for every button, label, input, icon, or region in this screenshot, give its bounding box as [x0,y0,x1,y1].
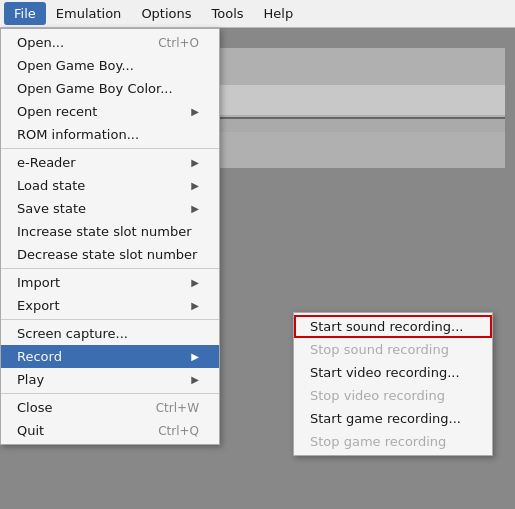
submenu-item-stop-video-label: Stop video recording [310,388,445,403]
menubar: File Emulation Options Tools Help [0,0,515,28]
ereader-arrow: ▶ [191,157,199,168]
submenu-item-start-game-label: Start game recording... [310,411,461,426]
menu-item-open-recent[interactable]: Open recent ▶ [1,100,219,123]
menu-item-open-gb[interactable]: Open Game Boy... [1,54,219,77]
menu-item-quit[interactable]: Quit Ctrl+Q [1,419,219,442]
save-state-arrow: ▶ [191,203,199,214]
menu-item-save-state-label: Save state [17,201,86,216]
menu-item-save-state[interactable]: Save state ▶ [1,197,219,220]
menu-item-close[interactable]: Close Ctrl+W [1,396,219,419]
menu-help[interactable]: Help [254,2,304,25]
submenu-item-stop-sound: Stop sound recording [294,338,492,361]
menu-item-quit-label: Quit [17,423,44,438]
submenu-item-stop-game: Stop game recording [294,430,492,453]
submenu-item-start-game[interactable]: Start game recording... [294,407,492,430]
menu-item-close-label: Close [17,400,52,415]
import-arrow: ▶ [191,277,199,288]
menu-item-play-label: Play [17,372,44,387]
submenu-item-start-video-label: Start video recording... [310,365,460,380]
file-dropdown: Open... Ctrl+O Open Game Boy... Open Gam… [0,28,220,445]
load-state-arrow: ▶ [191,180,199,191]
menu-tools[interactable]: Tools [202,2,254,25]
menu-item-record[interactable]: Record ▶ [1,345,219,368]
menu-item-import[interactable]: Import ▶ [1,271,219,294]
menu-item-open-gbc[interactable]: Open Game Boy Color... [1,77,219,100]
menu-item-open-label: Open... [17,35,64,50]
separator-2 [1,268,219,269]
menu-item-import-label: Import [17,275,60,290]
menu-item-open-gbc-label: Open Game Boy Color... [17,81,173,96]
submenu-item-start-sound[interactable]: Start sound recording... [294,315,492,338]
separator-4 [1,393,219,394]
menu-item-decrease-slot[interactable]: Decrease state slot number [1,243,219,266]
menu-item-screen-capture-label: Screen capture... [17,326,128,341]
menu-item-open-gb-label: Open Game Boy... [17,58,134,73]
menu-options[interactable]: Options [131,2,201,25]
menu-item-load-state[interactable]: Load state ▶ [1,174,219,197]
menu-item-record-label: Record [17,349,62,364]
menu-item-increase-slot[interactable]: Increase state slot number [1,220,219,243]
menu-item-quit-shortcut: Ctrl+Q [158,424,199,438]
open-recent-arrow: ▶ [191,106,199,117]
submenu-item-stop-sound-label: Stop sound recording [310,342,449,357]
play-arrow: ▶ [191,374,199,385]
menu-item-close-shortcut: Ctrl+W [156,401,199,415]
menu-item-open-recent-label: Open recent [17,104,97,119]
menu-item-play[interactable]: Play ▶ [1,368,219,391]
menu-item-increase-slot-label: Increase state slot number [17,224,192,239]
menu-item-ereader-label: e-Reader [17,155,76,170]
menu-item-rom-info-label: ROM information... [17,127,139,142]
menu-item-export[interactable]: Export ▶ [1,294,219,317]
submenu-item-stop-video: Stop video recording [294,384,492,407]
menu-item-open[interactable]: Open... Ctrl+O [1,31,219,54]
submenu-item-start-sound-label: Start sound recording... [310,319,464,334]
menu-item-screen-capture[interactable]: Screen capture... [1,322,219,345]
menu-item-rom-info[interactable]: ROM information... [1,123,219,146]
menu-item-open-shortcut: Ctrl+O [158,36,199,50]
submenu-item-stop-game-label: Stop game recording [310,434,446,449]
separator-3 [1,319,219,320]
menu-item-load-state-label: Load state [17,178,85,193]
submenu-item-start-video[interactable]: Start video recording... [294,361,492,384]
menu-item-export-label: Export [17,298,60,313]
export-arrow: ▶ [191,300,199,311]
separator-1 [1,148,219,149]
menu-item-ereader[interactable]: e-Reader ▶ [1,151,219,174]
menu-item-decrease-slot-label: Decrease state slot number [17,247,197,262]
menu-file[interactable]: File [4,2,46,25]
menu-emulation[interactable]: Emulation [46,2,132,25]
record-arrow: ▶ [191,351,199,362]
record-submenu: Start sound recording... Stop sound reco… [293,312,493,456]
